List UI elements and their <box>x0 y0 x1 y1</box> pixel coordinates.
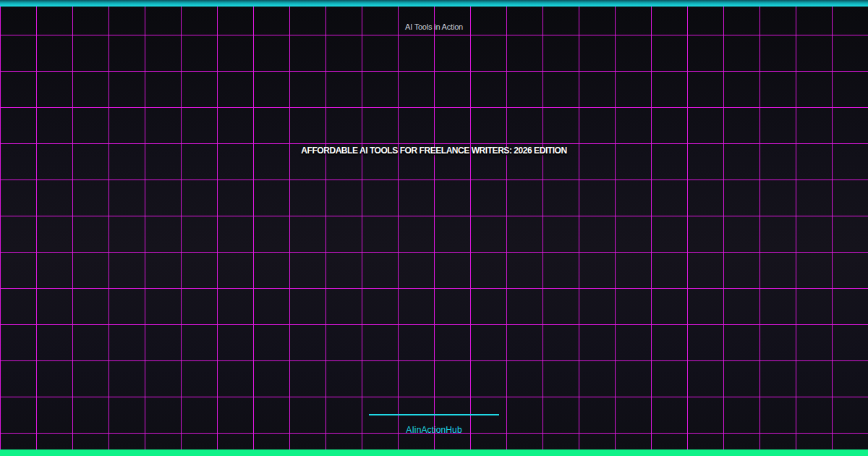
page-title: AFFORDABLE AI TOOLS FOR FREELANCE WRITER… <box>0 145 868 156</box>
top-accent-bar <box>0 0 868 7</box>
eyebrow-label: AI Tools in Action <box>0 22 868 31</box>
grid-overlay <box>0 0 868 456</box>
bottom-accent-bar <box>0 449 868 456</box>
banner-card: AI Tools in Action AFFORDABLE AI TOOLS F… <box>0 0 868 456</box>
brand-label: AIinActionHub <box>0 425 868 435</box>
divider-line <box>369 414 499 415</box>
